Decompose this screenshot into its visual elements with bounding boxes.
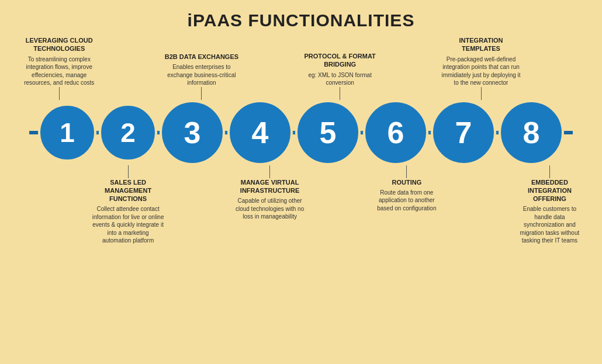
circle-2: 2 <box>99 103 157 162</box>
connector-1 <box>59 87 60 100</box>
item-5-title: PROTOCOL & FORMAT BRIDGING <box>302 52 378 69</box>
connector-2 <box>128 165 129 178</box>
bottom-section: SALES LED MANAGEMENT FUNCTIONS Collect a… <box>12 165 590 245</box>
item-6-title: ROUTING <box>392 178 421 186</box>
top-item-5: PROTOCOL & FORMAT BRIDGING eg: XML to JS… <box>302 52 378 100</box>
circle-6: 6 <box>363 100 428 165</box>
bottom-item-2: SALES LED MANAGEMENT FUNCTIONS Collect a… <box>92 165 164 245</box>
circles-row: 1 2 3 4 5 6 7 8 <box>12 100 590 165</box>
full-layout: LEVERAGING CLOUD TECHNOLOGIES To streaml… <box>12 36 590 245</box>
item-1-desc: To streamlining complex integration flow… <box>18 56 101 87</box>
circle-7: 7 <box>431 100 496 165</box>
connector-7 <box>481 87 482 100</box>
item-8-title: EMBEDDED INTEGRATION OFFERING <box>515 178 584 203</box>
item-6-desc: Route data from one application to anoth… <box>373 189 440 213</box>
item-5-desc: eg: XML to JSON format conversion <box>302 71 378 87</box>
bottom-item-4: MANAGE VIRTUAL INFRASTRUCTURE Capable of… <box>234 165 306 221</box>
item-7-title: INTEGRATION TEMPLATES <box>440 36 523 53</box>
page-title: iPAAS FUNCTIONALITIES <box>12 11 590 30</box>
bottom-item-8: EMBEDDED INTEGRATION OFFERING Enable cus… <box>515 165 584 245</box>
connector-5 <box>340 87 340 100</box>
item-8-desc: Enable customers to handle data synchron… <box>515 205 584 245</box>
top-item-1: LEVERAGING CLOUD TECHNOLOGIES To streaml… <box>18 36 101 100</box>
item-7-desc: Pre-packaged well-defined integration po… <box>440 56 523 87</box>
item-4-title: MANAGE VIRTUAL INFRASTRUCTURE <box>234 178 306 195</box>
bottom-item-6: ROUTING Route data from one application … <box>373 165 440 213</box>
item-2-title: SALES LED MANAGEMENT FUNCTIONS <box>92 178 164 203</box>
top-section: LEVERAGING CLOUD TECHNOLOGIES To streaml… <box>12 36 590 100</box>
circle-5: 5 <box>295 100 361 165</box>
connector-6 <box>406 165 407 178</box>
circle-1: 1 <box>38 103 96 162</box>
connector-8 <box>549 165 550 178</box>
circle-8: 8 <box>499 100 564 165</box>
top-item-7: INTEGRATION TEMPLATES Pre-packaged well-… <box>440 36 523 100</box>
page-container: iPAAS FUNCTIONALITIES LEVERAGING CLOUD T… <box>0 0 602 364</box>
connector-4 <box>269 165 270 178</box>
circle-4: 4 <box>227 100 293 165</box>
connector-3 <box>201 87 202 100</box>
circle-3: 3 <box>160 100 225 165</box>
item-3-desc: Enables enterprises to exchange business… <box>162 63 240 87</box>
top-item-3: B2B DATA EXCHANGES Enables enterprises t… <box>162 53 240 100</box>
item-3-title: B2B DATA EXCHANGES <box>165 53 238 61</box>
item-4-desc: Capable of utilizing other cloud technol… <box>234 197 306 221</box>
item-1-title: LEVERAGING CLOUD TECHNOLOGIES <box>18 36 101 53</box>
item-2-desc: Collect attendee contact information for… <box>92 205 164 245</box>
